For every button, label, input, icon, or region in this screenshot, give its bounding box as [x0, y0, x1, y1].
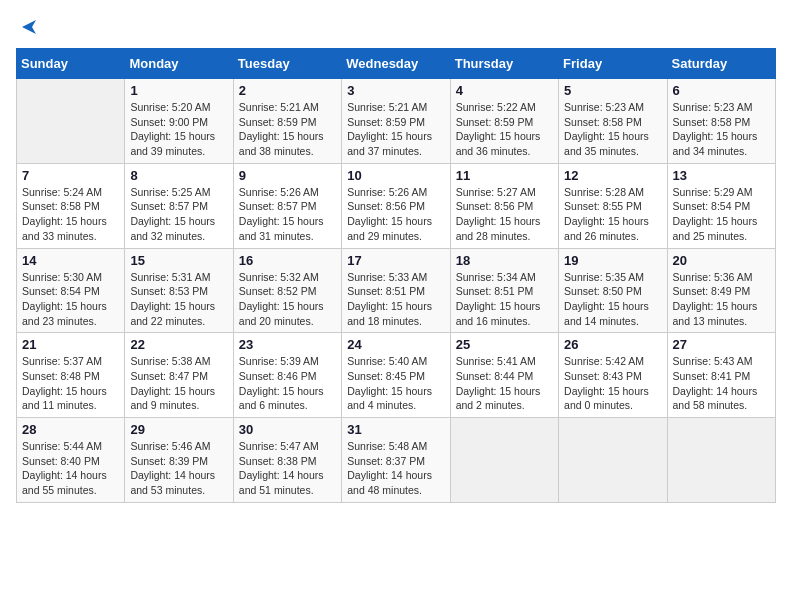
- calendar-cell: 27Sunrise: 5:43 AM Sunset: 8:41 PM Dayli…: [667, 333, 775, 418]
- logo-icon: [18, 16, 40, 38]
- day-info: Sunrise: 5:37 AM Sunset: 8:48 PM Dayligh…: [22, 354, 119, 413]
- calendar-cell: 18Sunrise: 5:34 AM Sunset: 8:51 PM Dayli…: [450, 248, 558, 333]
- calendar-cell: 3Sunrise: 5:21 AM Sunset: 8:59 PM Daylig…: [342, 79, 450, 164]
- calendar-header-wednesday: Wednesday: [342, 49, 450, 79]
- calendar-cell: 8Sunrise: 5:25 AM Sunset: 8:57 PM Daylig…: [125, 163, 233, 248]
- calendar-header-friday: Friday: [559, 49, 667, 79]
- day-info: Sunrise: 5:21 AM Sunset: 8:59 PM Dayligh…: [239, 100, 336, 159]
- day-number: 16: [239, 253, 336, 268]
- day-info: Sunrise: 5:41 AM Sunset: 8:44 PM Dayligh…: [456, 354, 553, 413]
- day-number: 9: [239, 168, 336, 183]
- calendar-cell: 17Sunrise: 5:33 AM Sunset: 8:51 PM Dayli…: [342, 248, 450, 333]
- day-info: Sunrise: 5:36 AM Sunset: 8:49 PM Dayligh…: [673, 270, 770, 329]
- calendar-cell: 12Sunrise: 5:28 AM Sunset: 8:55 PM Dayli…: [559, 163, 667, 248]
- calendar-cell: 21Sunrise: 5:37 AM Sunset: 8:48 PM Dayli…: [17, 333, 125, 418]
- day-info: Sunrise: 5:28 AM Sunset: 8:55 PM Dayligh…: [564, 185, 661, 244]
- day-info: Sunrise: 5:42 AM Sunset: 8:43 PM Dayligh…: [564, 354, 661, 413]
- day-info: Sunrise: 5:39 AM Sunset: 8:46 PM Dayligh…: [239, 354, 336, 413]
- day-info: Sunrise: 5:24 AM Sunset: 8:58 PM Dayligh…: [22, 185, 119, 244]
- calendar-cell: 28Sunrise: 5:44 AM Sunset: 8:40 PM Dayli…: [17, 418, 125, 503]
- day-number: 27: [673, 337, 770, 352]
- page-header: [16, 16, 776, 38]
- day-number: 12: [564, 168, 661, 183]
- calendar-cell: 4Sunrise: 5:22 AM Sunset: 8:59 PM Daylig…: [450, 79, 558, 164]
- calendar-cell: 23Sunrise: 5:39 AM Sunset: 8:46 PM Dayli…: [233, 333, 341, 418]
- calendar-week-row: 21Sunrise: 5:37 AM Sunset: 8:48 PM Dayli…: [17, 333, 776, 418]
- calendar-header-row: SundayMondayTuesdayWednesdayThursdayFrid…: [17, 49, 776, 79]
- day-info: Sunrise: 5:40 AM Sunset: 8:45 PM Dayligh…: [347, 354, 444, 413]
- day-number: 22: [130, 337, 227, 352]
- day-number: 10: [347, 168, 444, 183]
- day-info: Sunrise: 5:43 AM Sunset: 8:41 PM Dayligh…: [673, 354, 770, 413]
- day-info: Sunrise: 5:22 AM Sunset: 8:59 PM Dayligh…: [456, 100, 553, 159]
- logo: [16, 16, 40, 38]
- day-number: 6: [673, 83, 770, 98]
- calendar-cell: 15Sunrise: 5:31 AM Sunset: 8:53 PM Dayli…: [125, 248, 233, 333]
- day-info: Sunrise: 5:30 AM Sunset: 8:54 PM Dayligh…: [22, 270, 119, 329]
- calendar-cell: 31Sunrise: 5:48 AM Sunset: 8:37 PM Dayli…: [342, 418, 450, 503]
- calendar-cell: [450, 418, 558, 503]
- day-info: Sunrise: 5:31 AM Sunset: 8:53 PM Dayligh…: [130, 270, 227, 329]
- day-info: Sunrise: 5:29 AM Sunset: 8:54 PM Dayligh…: [673, 185, 770, 244]
- calendar-cell: 5Sunrise: 5:23 AM Sunset: 8:58 PM Daylig…: [559, 79, 667, 164]
- calendar-cell: 24Sunrise: 5:40 AM Sunset: 8:45 PM Dayli…: [342, 333, 450, 418]
- day-number: 28: [22, 422, 119, 437]
- day-number: 2: [239, 83, 336, 98]
- day-number: 23: [239, 337, 336, 352]
- calendar-cell: [559, 418, 667, 503]
- day-number: 18: [456, 253, 553, 268]
- day-number: 8: [130, 168, 227, 183]
- day-number: 4: [456, 83, 553, 98]
- day-number: 25: [456, 337, 553, 352]
- calendar-cell: 25Sunrise: 5:41 AM Sunset: 8:44 PM Dayli…: [450, 333, 558, 418]
- calendar-cell: 29Sunrise: 5:46 AM Sunset: 8:39 PM Dayli…: [125, 418, 233, 503]
- day-info: Sunrise: 5:33 AM Sunset: 8:51 PM Dayligh…: [347, 270, 444, 329]
- day-number: 26: [564, 337, 661, 352]
- calendar-cell: 26Sunrise: 5:42 AM Sunset: 8:43 PM Dayli…: [559, 333, 667, 418]
- day-info: Sunrise: 5:48 AM Sunset: 8:37 PM Dayligh…: [347, 439, 444, 498]
- calendar-cell: 7Sunrise: 5:24 AM Sunset: 8:58 PM Daylig…: [17, 163, 125, 248]
- day-number: 3: [347, 83, 444, 98]
- calendar-cell: [17, 79, 125, 164]
- calendar-cell: [667, 418, 775, 503]
- calendar-table: SundayMondayTuesdayWednesdayThursdayFrid…: [16, 48, 776, 503]
- calendar-week-row: 1Sunrise: 5:20 AM Sunset: 9:00 PM Daylig…: [17, 79, 776, 164]
- day-number: 24: [347, 337, 444, 352]
- calendar-cell: 16Sunrise: 5:32 AM Sunset: 8:52 PM Dayli…: [233, 248, 341, 333]
- day-info: Sunrise: 5:23 AM Sunset: 8:58 PM Dayligh…: [673, 100, 770, 159]
- day-number: 19: [564, 253, 661, 268]
- calendar-cell: 2Sunrise: 5:21 AM Sunset: 8:59 PM Daylig…: [233, 79, 341, 164]
- calendar-header-saturday: Saturday: [667, 49, 775, 79]
- day-number: 14: [22, 253, 119, 268]
- day-info: Sunrise: 5:23 AM Sunset: 8:58 PM Dayligh…: [564, 100, 661, 159]
- day-info: Sunrise: 5:20 AM Sunset: 9:00 PM Dayligh…: [130, 100, 227, 159]
- calendar-cell: 30Sunrise: 5:47 AM Sunset: 8:38 PM Dayli…: [233, 418, 341, 503]
- calendar-cell: 20Sunrise: 5:36 AM Sunset: 8:49 PM Dayli…: [667, 248, 775, 333]
- calendar-week-row: 7Sunrise: 5:24 AM Sunset: 8:58 PM Daylig…: [17, 163, 776, 248]
- day-info: Sunrise: 5:46 AM Sunset: 8:39 PM Dayligh…: [130, 439, 227, 498]
- calendar-header-thursday: Thursday: [450, 49, 558, 79]
- day-number: 21: [22, 337, 119, 352]
- day-info: Sunrise: 5:26 AM Sunset: 8:57 PM Dayligh…: [239, 185, 336, 244]
- calendar-cell: 22Sunrise: 5:38 AM Sunset: 8:47 PM Dayli…: [125, 333, 233, 418]
- calendar-header-monday: Monday: [125, 49, 233, 79]
- calendar-header-tuesday: Tuesday: [233, 49, 341, 79]
- svg-marker-0: [22, 20, 36, 34]
- day-number: 7: [22, 168, 119, 183]
- day-number: 30: [239, 422, 336, 437]
- calendar-cell: 14Sunrise: 5:30 AM Sunset: 8:54 PM Dayli…: [17, 248, 125, 333]
- day-info: Sunrise: 5:44 AM Sunset: 8:40 PM Dayligh…: [22, 439, 119, 498]
- calendar-cell: 19Sunrise: 5:35 AM Sunset: 8:50 PM Dayli…: [559, 248, 667, 333]
- calendar-cell: 9Sunrise: 5:26 AM Sunset: 8:57 PM Daylig…: [233, 163, 341, 248]
- calendar-week-row: 14Sunrise: 5:30 AM Sunset: 8:54 PM Dayli…: [17, 248, 776, 333]
- day-number: 20: [673, 253, 770, 268]
- calendar-cell: 10Sunrise: 5:26 AM Sunset: 8:56 PM Dayli…: [342, 163, 450, 248]
- day-number: 15: [130, 253, 227, 268]
- calendar-week-row: 28Sunrise: 5:44 AM Sunset: 8:40 PM Dayli…: [17, 418, 776, 503]
- day-info: Sunrise: 5:34 AM Sunset: 8:51 PM Dayligh…: [456, 270, 553, 329]
- calendar-cell: 11Sunrise: 5:27 AM Sunset: 8:56 PM Dayli…: [450, 163, 558, 248]
- day-info: Sunrise: 5:32 AM Sunset: 8:52 PM Dayligh…: [239, 270, 336, 329]
- day-number: 31: [347, 422, 444, 437]
- day-number: 29: [130, 422, 227, 437]
- day-info: Sunrise: 5:35 AM Sunset: 8:50 PM Dayligh…: [564, 270, 661, 329]
